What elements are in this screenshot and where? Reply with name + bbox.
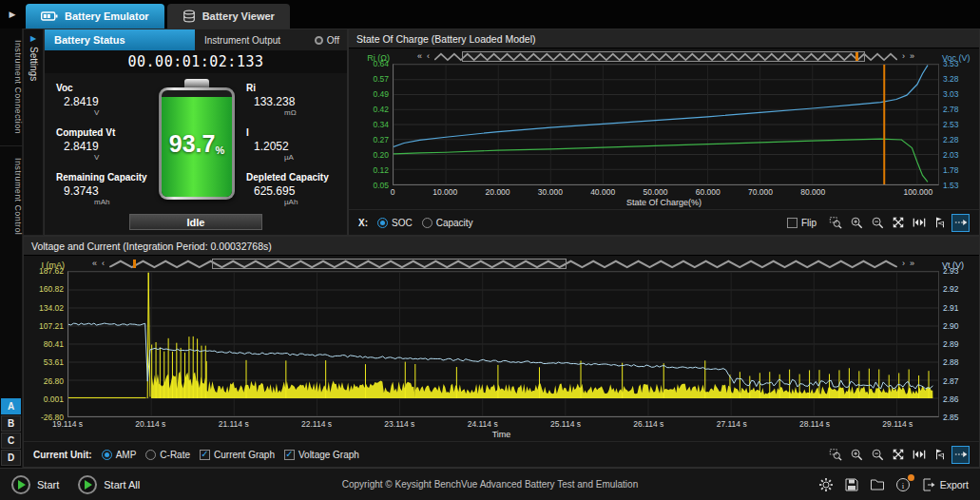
channel-a-button[interactable]: A [1, 398, 21, 414]
sidebar-item-instrument-control[interactable]: Instrument Control [0, 145, 23, 246]
soc-plot-area[interactable] [393, 64, 939, 185]
radio-icon [102, 450, 112, 460]
ri-field: Ri 133.238 mΩ [246, 83, 337, 117]
soc-scrollbar[interactable]: « ‹ › » [393, 48, 939, 64]
cursor-flags-icon[interactable] [931, 446, 949, 464]
battery-status-title[interactable]: Battery Status [45, 29, 195, 50]
scroll-far-left-icon[interactable]: « [92, 259, 97, 268]
settings-gear-button[interactable] [818, 477, 834, 492]
battery-status-header: Battery Status Instrument Output Off [45, 29, 347, 50]
vi-panel-title: Voltage and Current (Integration Period:… [24, 237, 979, 256]
battery-graphic: 93.7% [147, 77, 246, 211]
scroll-left-icon[interactable]: ‹ [427, 51, 430, 61]
cursor-marker [855, 52, 858, 61]
tab-battery-viewer[interactable]: Battery Viewer [167, 4, 290, 29]
remaining-capacity-field: Remaining Capacity 9.3743 mAh [56, 172, 147, 206]
vi-chart-panel: Voltage and Current (Integration Period:… [23, 236, 980, 468]
scroll-far-left-icon[interactable]: « [417, 51, 422, 61]
info-button[interactable]: i [895, 477, 911, 492]
radio-icon [377, 218, 388, 228]
checkbox-icon [200, 450, 210, 460]
x-mode-capacity-radio[interactable]: Capacity [422, 218, 473, 228]
zoom-in-icon[interactable] [847, 214, 865, 232]
computed-vt-field: Computed Vt 2.8419 V [56, 127, 147, 162]
radio-icon [422, 218, 432, 228]
soc-right-ticks: 3.533.283.032.782.532.282.031.781.53 [939, 59, 979, 190]
x-mode-label: X: [358, 218, 368, 228]
voltage-graph-checkbox[interactable]: Voltage Graph [284, 450, 359, 460]
scroll-track[interactable] [109, 259, 897, 269]
fit-horizontal-icon[interactable] [910, 214, 928, 232]
soc-controls: X: SOC Capacity Flip [349, 209, 979, 235]
soc-percent: 93.7% [159, 87, 235, 200]
scroll-viewport[interactable] [212, 259, 567, 269]
cursor-flags-icon[interactable] [931, 214, 949, 232]
flip-checkbox[interactable]: Flip [787, 218, 817, 228]
channel-b-button[interactable]: B [1, 415, 21, 432]
current-graph-checkbox[interactable]: Current Graph [200, 450, 275, 460]
battery-cap [184, 79, 209, 87]
tab-label: Battery Emulator [65, 10, 149, 22]
settings-label: Settings [29, 47, 39, 81]
autoscale-icon[interactable] [951, 446, 970, 464]
vi-scrollbar[interactable]: « ‹ › » [67, 256, 939, 271]
checkbox-icon [787, 218, 797, 228]
save-button[interactable] [844, 477, 859, 492]
zoom-in-icon[interactable] [847, 446, 865, 464]
x-mode-soc-radio[interactable]: SOC [377, 218, 413, 228]
pan-icon[interactable] [889, 446, 907, 464]
instrument-output-label: Instrument Output [204, 35, 280, 46]
vi-right-ticks: 2.932.922.912.902.892.882.872.862.85 [939, 266, 979, 422]
zoom-out-icon[interactable] [868, 214, 886, 232]
soc-x-axis-label: State Of Charge(%) [349, 198, 979, 209]
settings-expand-icon[interactable]: ▶ [30, 29, 36, 47]
start-all-button[interactable]: Start All [78, 475, 140, 494]
scroll-left-icon[interactable]: ‹ [102, 259, 105, 268]
open-folder-button[interactable] [870, 477, 885, 492]
vi-toolbar [826, 446, 970, 464]
vi-left-ticks: 187.62160.82134.02107.2180.4153.6126.800… [24, 266, 67, 422]
scroll-far-right-icon[interactable]: » [910, 259, 914, 268]
channel-c-button[interactable]: C [1, 433, 21, 449]
unit-crate-radio[interactable]: C-Rate [145, 450, 190, 460]
zoom-region-icon[interactable] [826, 214, 844, 232]
tab-battery-emulator[interactable]: Battery Emulator [26, 4, 164, 29]
play-icon [78, 475, 97, 494]
zoom-out-icon[interactable] [868, 446, 886, 464]
scroll-viewport[interactable] [462, 51, 865, 62]
checkbox-icon [284, 450, 295, 460]
start-button[interactable]: Start [11, 475, 59, 494]
pan-icon[interactable] [889, 214, 907, 232]
svg-text:i: i [901, 480, 904, 490]
fit-horizontal-icon[interactable] [910, 446, 928, 464]
soc-left-ticks: 0.640.570.490.420.340.270.200.120.05 [349, 59, 393, 190]
channel-selector: A B C D [0, 398, 22, 468]
left-sidebar: Instrument Connection Instrument Control… [0, 29, 23, 468]
instrument-output-toggle[interactable]: Off [315, 35, 339, 46]
tab-bar: ▶ Battery Emulator Battery Viewer [0, 0, 980, 29]
output-led-icon [315, 36, 323, 45]
soc-toolbar [826, 214, 970, 232]
soc-panel-title: State Of Charge (Battery Loaded Model) [349, 29, 979, 48]
cursor-marker [133, 260, 136, 268]
zoom-region-icon[interactable] [826, 446, 844, 464]
autoscale-icon[interactable] [951, 214, 970, 232]
output-state-label: Off [327, 35, 339, 46]
export-button[interactable]: Export [921, 477, 969, 492]
vi-plot-area[interactable] [67, 271, 939, 417]
scroll-track[interactable] [434, 51, 897, 62]
scroll-right-icon[interactable]: › [902, 51, 905, 61]
sidebar-item-instrument-connection[interactable]: Instrument Connection [0, 29, 23, 145]
collapse-panel-arrow-icon[interactable]: ▶ [2, 10, 23, 19]
copyright-text: Copyright © Keysight BenchVue Advanced B… [342, 479, 638, 490]
scroll-right-icon[interactable]: › [902, 259, 905, 268]
database-icon [183, 10, 196, 23]
battery-body: 93.7% [159, 87, 235, 200]
battery-icon [41, 10, 58, 22]
scroll-far-right-icon[interactable]: » [910, 51, 914, 61]
notification-badge [908, 474, 914, 481]
channel-d-button[interactable]: D [1, 450, 21, 466]
unit-amp-radio[interactable]: AMP [102, 450, 137, 460]
settings-strip[interactable]: ▶ Settings [23, 29, 44, 236]
app-window: ▶ Battery Emulator Battery Viewer Instru… [0, 0, 980, 500]
